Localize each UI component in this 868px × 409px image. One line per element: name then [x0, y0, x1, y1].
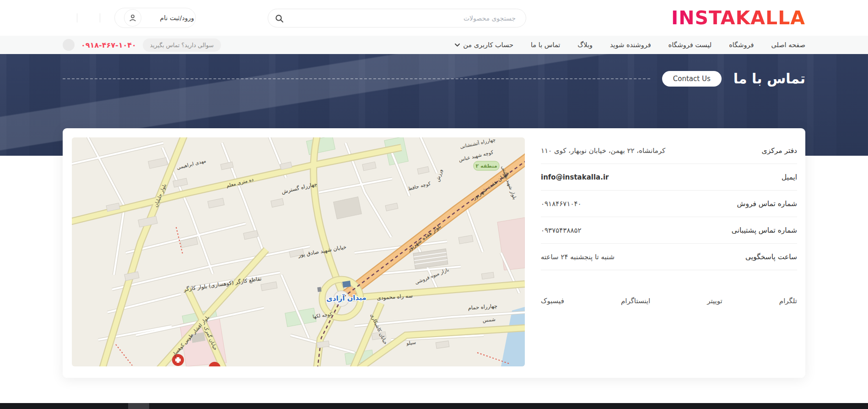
support-phone-link[interactable]: ۰۹۱۸-۴۶۷-۱۰۴۰ [81, 41, 136, 49]
support-contact-cluster: سوالی دارید؟ تماس بگیرید ۰۹۱۸-۴۶۷-۱۰۴۰ [63, 36, 221, 54]
contact-row-hours: ساعت پاسخگویی شنبه تا پنجشنبه ۲۴ ساعته [541, 244, 797, 270]
page-title: تماس با ما [733, 71, 805, 87]
map-monument [317, 287, 321, 292]
phone-icon [63, 39, 75, 51]
office-value: کرمانشاه، ۲۲ بهمن، خیابان نوبهار، کوی ۱۱… [541, 147, 665, 155]
nav-item-store-list[interactable]: لیست فروشگاه [669, 41, 712, 49]
svg-text:میدان آزادی: میدان آزادی [326, 293, 367, 303]
twitter-link[interactable]: توییتر [707, 297, 722, 305]
site-header: INSTAKALLA ورود/ثبت نام [0, 0, 868, 36]
login-register-button[interactable]: ورود/ثبت نام [114, 8, 196, 28]
instagram-link[interactable]: اینستاگرام [621, 297, 650, 305]
chevron-down-icon [455, 44, 460, 47]
header-divider [100, 13, 100, 22]
nav-item-blog[interactable]: وبلاگ [577, 41, 593, 49]
sales-phone-value[interactable]: ۰۹۱۸۴۶۷۱۰۴۰ [541, 200, 582, 208]
search-icon[interactable] [275, 14, 284, 23]
email-value[interactable]: info@instakalla.ir [541, 173, 609, 181]
horizontal-scrollbar [0, 403, 868, 409]
hours-label: ساعت پاسخگویی [745, 253, 797, 261]
contact-info-panel: دفتر مرکزی کرمانشاه، ۲۲ بهمن، خیابان نوب… [541, 137, 797, 366]
contact-row-support-phone: شماره تماس پشتیبانی ۰۹۳۷۵۴۳۸۸۵۲ [541, 217, 797, 244]
social-links: تلگرام توییتر اینستاگرام فیسبوک [541, 297, 797, 305]
location-map[interactable]: منطقه ۲ چهارراه آتشنشانی کوچه شهید عباس … [72, 137, 525, 366]
main-navigation: صفحه اصلی فروشگاه لیست فروشگاه فروشنده ش… [0, 36, 868, 54]
header-divider [77, 13, 77, 22]
nav-item-my-account[interactable]: حساب کاربری من [455, 41, 513, 49]
map-blue-building [342, 281, 351, 288]
sales-phone-label: شماره تماس فروش [737, 200, 797, 208]
nav-item-contact-us[interactable]: تماس با ما [531, 41, 560, 49]
contact-row-email: ایمیل info@instakalla.ir [541, 164, 797, 191]
contact-row-office: دفتر مرکزی کرمانشاه، ۲۲ بهمن، خیابان نوب… [541, 137, 797, 164]
email-label: ایمیل [782, 173, 797, 181]
hours-value: شنبه تا پنجشنبه ۲۴ ساعته [541, 253, 615, 261]
search-input[interactable] [268, 9, 526, 27]
svg-text:منطقه ۲: منطقه ۲ [475, 163, 497, 169]
support-phone-label: شماره تماس پشتیبانی [732, 226, 797, 234]
office-label: دفتر مرکزی [762, 147, 797, 155]
nav-item-become-seller[interactable]: فروشنده شوید [610, 41, 651, 49]
brand-logo[interactable]: INSTAKALLA [671, 7, 805, 29]
search-bar [268, 9, 526, 27]
scrollbar-thumb[interactable] [128, 403, 149, 409]
breadcrumb-badge: Contact Us [662, 71, 722, 87]
nav-item-home[interactable]: صفحه اصلی [771, 41, 805, 49]
telegram-link[interactable]: تلگرام [779, 297, 797, 305]
contact-row-sales-phone: شماره تماس فروش ۰۹۱۸۴۶۷۱۰۴۰ [541, 191, 797, 217]
contact-card: دفتر مرکزی کرمانشاه، ۲۲ بهمن، خیابان نوب… [63, 128, 805, 378]
login-register-label: ورود/ثبت نام [160, 14, 194, 22]
map-zone-badge: منطقه ۲ [474, 161, 499, 170]
support-phone-value[interactable]: ۰۹۳۷۵۴۳۸۸۵۲ [541, 226, 582, 234]
user-icon [124, 9, 141, 27]
nav-item-shop[interactable]: فروشگاه [729, 41, 754, 49]
dotted-divider [63, 78, 650, 79]
help-question-badge: سوالی دارید؟ تماس بگیرید [143, 38, 221, 52]
facebook-link[interactable]: فیسبوک [541, 297, 564, 305]
